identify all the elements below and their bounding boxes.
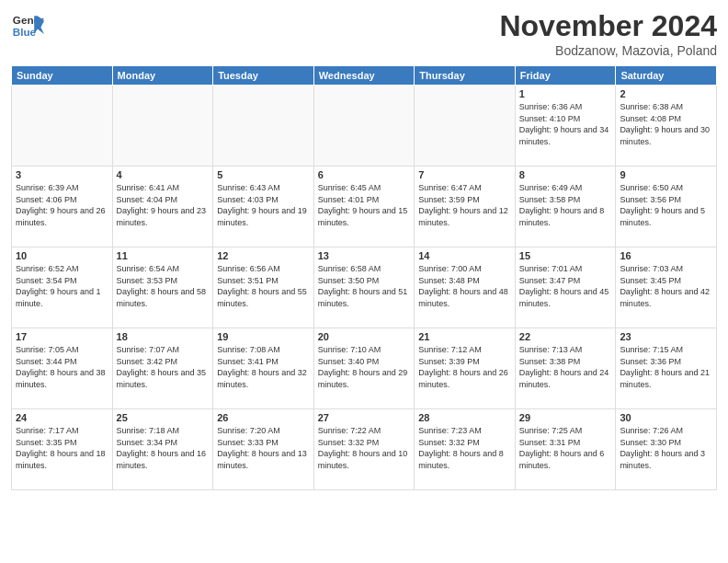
day-info: Sunrise: 7:20 AMSunset: 3:33 PMDaylight:… xyxy=(217,425,310,471)
day-info: Sunrise: 6:56 AMSunset: 3:51 PMDaylight:… xyxy=(217,263,310,309)
day-number: 23 xyxy=(620,331,712,342)
calendar-cell: 28Sunrise: 7:23 AMSunset: 3:32 PMDayligh… xyxy=(415,409,516,490)
day-number: 4 xyxy=(117,169,210,180)
calendar-cell xyxy=(415,86,516,167)
header: General Blue November 2024 Bodzanow, Maz… xyxy=(11,9,717,58)
calendar-cell: 27Sunrise: 7:22 AMSunset: 3:32 PMDayligh… xyxy=(313,409,415,490)
day-number: 30 xyxy=(620,412,712,423)
calendar-cell: 8Sunrise: 6:49 AMSunset: 3:58 PMDaylight… xyxy=(515,167,616,247)
calendar-cell xyxy=(12,86,113,167)
location-subtitle: Bodzanow, Mazovia, Poland xyxy=(499,43,717,58)
day-info: Sunrise: 6:58 AMSunset: 3:50 PMDaylight:… xyxy=(318,263,411,309)
day-number: 7 xyxy=(418,169,511,180)
calendar-cell: 3Sunrise: 6:39 AMSunset: 4:06 PMDaylight… xyxy=(12,167,113,247)
day-number: 22 xyxy=(519,331,612,342)
svg-text:Blue: Blue xyxy=(13,26,37,38)
calendar-cell xyxy=(112,86,213,167)
day-number: 27 xyxy=(318,412,411,423)
col-thursday: Thursday xyxy=(415,66,516,86)
day-info: Sunrise: 6:54 AMSunset: 3:53 PMDaylight:… xyxy=(117,263,210,309)
day-number: 3 xyxy=(16,169,108,180)
day-number: 1 xyxy=(519,88,612,99)
calendar-cell: 30Sunrise: 7:26 AMSunset: 3:30 PMDayligh… xyxy=(616,409,717,490)
day-info: Sunrise: 6:39 AMSunset: 4:06 PMDaylight:… xyxy=(16,182,108,228)
calendar-cell: 10Sunrise: 6:52 AMSunset: 3:54 PMDayligh… xyxy=(12,247,113,328)
day-info: Sunrise: 6:36 AMSunset: 4:10 PMDaylight:… xyxy=(519,101,612,147)
calendar-table: Sunday Monday Tuesday Wednesday Thursday… xyxy=(11,65,717,490)
day-number: 6 xyxy=(318,169,411,180)
week-row-3: 17Sunrise: 7:05 AMSunset: 3:44 PMDayligh… xyxy=(12,328,717,409)
calendar-cell: 23Sunrise: 7:15 AMSunset: 3:36 PMDayligh… xyxy=(616,328,717,409)
calendar-cell: 19Sunrise: 7:08 AMSunset: 3:41 PMDayligh… xyxy=(213,328,314,409)
day-number: 26 xyxy=(217,412,310,423)
day-number: 8 xyxy=(519,169,612,180)
day-number: 10 xyxy=(16,250,108,261)
week-row-0: 1Sunrise: 6:36 AMSunset: 4:10 PMDaylight… xyxy=(12,86,717,167)
day-number: 21 xyxy=(418,331,511,342)
day-info: Sunrise: 7:26 AMSunset: 3:30 PMDaylight:… xyxy=(620,425,712,471)
calendar-cell xyxy=(213,86,314,167)
calendar-cell: 14Sunrise: 7:00 AMSunset: 3:48 PMDayligh… xyxy=(415,247,516,328)
header-row: Sunday Monday Tuesday Wednesday Thursday… xyxy=(12,66,717,86)
col-friday: Friday xyxy=(515,66,616,86)
day-number: 25 xyxy=(117,412,210,423)
day-info: Sunrise: 6:47 AMSunset: 3:59 PMDaylight:… xyxy=(418,182,511,228)
day-info: Sunrise: 7:03 AMSunset: 3:45 PMDaylight:… xyxy=(620,263,712,309)
calendar-cell: 25Sunrise: 7:18 AMSunset: 3:34 PMDayligh… xyxy=(112,409,213,490)
calendar-cell: 17Sunrise: 7:05 AMSunset: 3:44 PMDayligh… xyxy=(12,328,113,409)
day-info: Sunrise: 6:41 AMSunset: 4:04 PMDaylight:… xyxy=(117,182,210,228)
day-number: 24 xyxy=(16,412,108,423)
calendar-cell xyxy=(313,86,415,167)
page: General Blue November 2024 Bodzanow, Maz… xyxy=(0,0,728,563)
day-number: 9 xyxy=(620,169,712,180)
col-sunday: Sunday xyxy=(12,66,113,86)
day-info: Sunrise: 7:25 AMSunset: 3:31 PMDaylight:… xyxy=(519,425,612,471)
day-number: 11 xyxy=(117,250,210,261)
day-number: 15 xyxy=(519,250,612,261)
day-info: Sunrise: 7:10 AMSunset: 3:40 PMDaylight:… xyxy=(318,344,411,390)
calendar-cell: 26Sunrise: 7:20 AMSunset: 3:33 PMDayligh… xyxy=(213,409,314,490)
title-area: November 2024 Bodzanow, Mazovia, Poland xyxy=(499,9,717,58)
day-number: 2 xyxy=(620,88,712,99)
month-title: November 2024 xyxy=(499,9,717,43)
day-number: 13 xyxy=(318,250,411,261)
day-number: 19 xyxy=(217,331,310,342)
calendar-cell: 22Sunrise: 7:13 AMSunset: 3:38 PMDayligh… xyxy=(515,328,616,409)
calendar-cell: 9Sunrise: 6:50 AMSunset: 3:56 PMDaylight… xyxy=(616,167,717,247)
logo: General Blue xyxy=(11,9,44,42)
week-row-4: 24Sunrise: 7:17 AMSunset: 3:35 PMDayligh… xyxy=(12,409,717,490)
day-number: 18 xyxy=(117,331,210,342)
calendar-cell: 13Sunrise: 6:58 AMSunset: 3:50 PMDayligh… xyxy=(313,247,415,328)
calendar-cell: 21Sunrise: 7:12 AMSunset: 3:39 PMDayligh… xyxy=(415,328,516,409)
day-info: Sunrise: 6:38 AMSunset: 4:08 PMDaylight:… xyxy=(620,101,712,147)
day-info: Sunrise: 7:18 AMSunset: 3:34 PMDaylight:… xyxy=(117,425,210,471)
calendar-cell: 4Sunrise: 6:41 AMSunset: 4:04 PMDaylight… xyxy=(112,167,213,247)
day-info: Sunrise: 6:52 AMSunset: 3:54 PMDaylight:… xyxy=(16,263,108,309)
day-number: 14 xyxy=(418,250,511,261)
calendar-cell: 7Sunrise: 6:47 AMSunset: 3:59 PMDaylight… xyxy=(415,167,516,247)
day-info: Sunrise: 7:23 AMSunset: 3:32 PMDaylight:… xyxy=(418,425,511,471)
day-info: Sunrise: 6:43 AMSunset: 4:03 PMDaylight:… xyxy=(217,182,310,228)
day-info: Sunrise: 6:49 AMSunset: 3:58 PMDaylight:… xyxy=(519,182,612,228)
week-row-2: 10Sunrise: 6:52 AMSunset: 3:54 PMDayligh… xyxy=(12,247,717,328)
day-info: Sunrise: 7:05 AMSunset: 3:44 PMDaylight:… xyxy=(16,344,108,390)
day-number: 17 xyxy=(16,331,108,342)
calendar-cell: 16Sunrise: 7:03 AMSunset: 3:45 PMDayligh… xyxy=(616,247,717,328)
calendar-cell: 6Sunrise: 6:45 AMSunset: 4:01 PMDaylight… xyxy=(313,167,415,247)
col-saturday: Saturday xyxy=(616,66,717,86)
calendar-cell: 24Sunrise: 7:17 AMSunset: 3:35 PMDayligh… xyxy=(12,409,113,490)
calendar-cell: 29Sunrise: 7:25 AMSunset: 3:31 PMDayligh… xyxy=(515,409,616,490)
calendar-cell: 11Sunrise: 6:54 AMSunset: 3:53 PMDayligh… xyxy=(112,247,213,328)
day-info: Sunrise: 7:00 AMSunset: 3:48 PMDaylight:… xyxy=(418,263,511,309)
day-info: Sunrise: 7:12 AMSunset: 3:39 PMDaylight:… xyxy=(418,344,511,390)
day-info: Sunrise: 7:17 AMSunset: 3:35 PMDaylight:… xyxy=(16,425,108,471)
col-wednesday: Wednesday xyxy=(313,66,415,86)
day-number: 5 xyxy=(217,169,310,180)
day-number: 16 xyxy=(620,250,712,261)
day-info: Sunrise: 7:07 AMSunset: 3:42 PMDaylight:… xyxy=(117,344,210,390)
calendar-cell: 2Sunrise: 6:38 AMSunset: 4:08 PMDaylight… xyxy=(616,86,717,167)
day-info: Sunrise: 7:13 AMSunset: 3:38 PMDaylight:… xyxy=(519,344,612,390)
col-tuesday: Tuesday xyxy=(213,66,314,86)
day-number: 29 xyxy=(519,412,612,423)
day-info: Sunrise: 7:08 AMSunset: 3:41 PMDaylight:… xyxy=(217,344,310,390)
